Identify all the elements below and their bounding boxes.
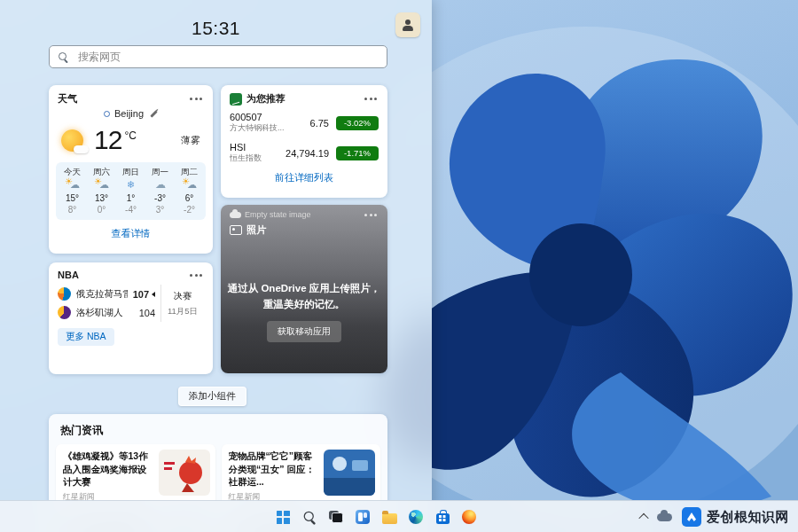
taskbar-center — [270, 504, 481, 530]
microsoft-store-button[interactable] — [430, 504, 455, 530]
taskbar: 爱创根知识网 — [0, 500, 798, 532]
search-input[interactable] — [76, 50, 378, 64]
photos-empty-alt: Empty state image — [245, 210, 311, 219]
task-view-icon — [329, 511, 343, 523]
add-widgets-button[interactable]: 添加小组件 — [178, 387, 246, 406]
game-status: 决赛 — [174, 290, 192, 302]
weather-condition-icon — [61, 129, 83, 152]
web-search-bar[interactable] — [49, 45, 387, 68]
news-section-title: 热门资讯 — [49, 414, 387, 442]
partly-cloudy-icon — [182, 180, 197, 192]
photos-empty-message: 通过从 OneDrive 应用上传照片， 重温美好的记忆。 — [221, 281, 387, 313]
nba-title: NBA — [58, 270, 79, 280]
team-row-0[interactable]: 俄克拉荷马雷霆 107 — [58, 285, 155, 303]
weather-forecast: 今天 15° 8° 周六 13° 0° 周日 1° -4° — [56, 162, 206, 220]
store-icon — [436, 513, 450, 524]
recommended-stocks-widget: 为您推荐 600507 方大特钢科技... 6.75 -3.02% HSI 恒生… — [221, 85, 387, 198]
person-icon — [402, 20, 414, 31]
stocks-list-link[interactable]: 前往详细列表 — [221, 171, 387, 184]
weather-condition: 薄雾 — [181, 134, 200, 147]
stock-row-0[interactable]: 600507 方大特钢科技... 6.75 -3.02% — [221, 107, 387, 137]
temperature-unit: °C — [124, 129, 136, 142]
weather-menu-button[interactable] — [188, 94, 204, 104]
weather-widget: 天气 Beijing 12 °C 薄雾 今天 15° 8° — [49, 85, 213, 254]
news-item-1[interactable]: 宠物品牌“它它”顾客分类现“丑女” 回应：社群运... 红星新闻 — [222, 444, 381, 508]
screen: 15:31 天气 Beijing 12 °C 薄雾 — [0, 0, 798, 532]
cloud-icon — [153, 180, 168, 192]
watermark-logo-icon — [682, 507, 701, 527]
task-view-button[interactable] — [324, 504, 348, 530]
folder-icon — [382, 513, 397, 524]
weather-title: 天气 — [58, 92, 77, 106]
widgets-button[interactable] — [350, 504, 375, 530]
more-nba-link[interactable]: 更多 NBA — [58, 328, 114, 346]
snow-icon — [123, 180, 138, 192]
forecast-day-1[interactable]: 周六 13° 0° — [87, 167, 116, 215]
site-watermark: 爱创根知识网 — [682, 507, 789, 527]
firefox-button[interactable] — [457, 504, 481, 530]
widgets-icon — [356, 510, 370, 524]
panel-clock: 15:31 — [0, 18, 432, 39]
team-row-1[interactable]: 洛杉矶湖人 104 — [58, 303, 155, 322]
edge-button[interactable] — [403, 504, 428, 530]
thunder-logo-icon — [58, 287, 71, 301]
taskbar-search-button[interactable] — [297, 504, 322, 530]
edit-location-icon[interactable] — [150, 110, 157, 117]
partly-cloudy-icon — [94, 180, 109, 192]
recommended-menu-button[interactable] — [363, 94, 379, 104]
weather-location-row[interactable]: Beijing — [49, 108, 213, 119]
profile-button[interactable] — [395, 12, 420, 37]
forecast-day-3[interactable]: 周一 -3° 3° — [145, 167, 175, 215]
watermark-text: 爱创根知识网 — [707, 509, 789, 526]
stock-row-1[interactable]: HSI 恒生指数 24,794.19 -1.71% — [221, 137, 387, 168]
nba-menu-button[interactable] — [188, 270, 204, 280]
forecast-day-2[interactable]: 周日 1° -4° — [116, 167, 145, 215]
edge-browser-icon — [409, 510, 423, 524]
lakers-logo-icon — [58, 306, 71, 319]
news-item-0[interactable]: 《雄鸡凝视》等13作品入围金鸡奖海报设计大赛 红星新闻 — [56, 444, 215, 508]
weather-location: Beijing — [114, 108, 144, 119]
tray-overflow-chevron-icon[interactable] — [638, 513, 648, 523]
winner-indicator-icon — [152, 292, 155, 297]
change-badge: -3.02% — [336, 116, 379, 130]
recommended-title: 为您推荐 — [246, 92, 286, 106]
onedrive-icon[interactable] — [657, 513, 672, 521]
get-mobile-app-button[interactable]: 获取移动应用 — [267, 321, 341, 342]
start-icon — [277, 511, 290, 524]
nba-widget: NBA 俄克拉荷马雷霆 107 洛杉矶湖人 — [49, 262, 213, 374]
forecast-day-4[interactable]: 周二 6° -2° — [175, 167, 204, 215]
search-icon — [59, 52, 68, 62]
finance-icon — [230, 93, 242, 106]
start-button[interactable] — [270, 504, 295, 530]
forecast-day-0[interactable]: 今天 15° 8° — [58, 167, 87, 215]
file-explorer-button[interactable] — [377, 504, 402, 530]
system-tray: 爱创根知识网 — [640, 504, 789, 530]
photos-menu-button[interactable] — [363, 210, 379, 220]
game-date: 11月5日 — [168, 306, 198, 317]
partly-cloudy-icon — [65, 180, 80, 192]
widgets-panel: 15:31 天气 Beijing 12 °C 薄雾 — [0, 0, 432, 532]
news-thumbnail — [324, 450, 375, 496]
cloud-upload-icon — [230, 212, 241, 218]
location-pin-icon — [104, 111, 110, 117]
photo-icon — [230, 225, 242, 235]
change-badge: -1.71% — [336, 146, 379, 160]
weather-details-link[interactable]: 查看详情 — [49, 227, 213, 240]
photos-title: 照片 — [246, 223, 266, 237]
photos-widget: Empty state image 照片 通过从 OneDrive 应用上传照片… — [221, 205, 387, 373]
current-temperature: 12 — [94, 125, 121, 155]
search-icon — [303, 511, 316, 523]
firefox-icon — [462, 510, 476, 524]
news-thumbnail — [159, 450, 210, 496]
